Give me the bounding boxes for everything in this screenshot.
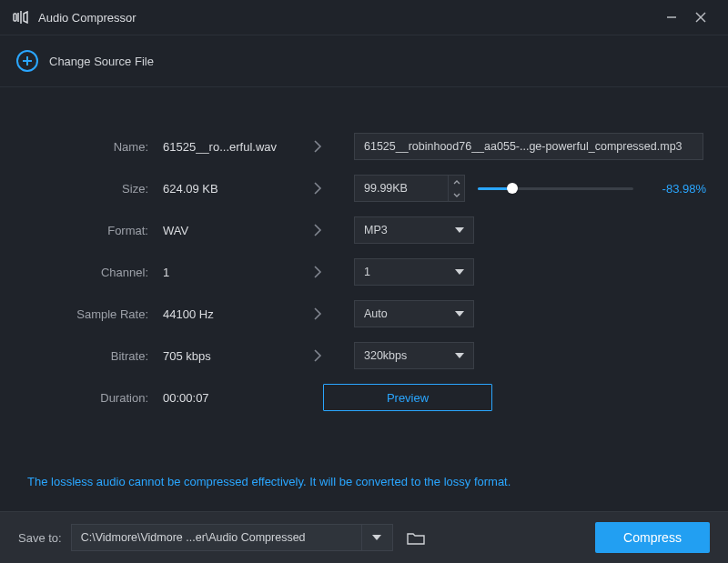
bitrate-dropdown[interactable]: 320kbps (354, 342, 474, 369)
label-format: Format: (0, 224, 159, 237)
bitrate-value: 320kbps (364, 349, 455, 362)
size-percent: -83.98% (648, 182, 706, 196)
size-step-down[interactable] (449, 188, 464, 201)
arrow-icon (281, 139, 354, 154)
slider-thumb[interactable] (507, 183, 518, 194)
close-button[interactable] (686, 3, 715, 32)
original-size: 624.09 KB (159, 182, 281, 196)
arrow-icon (281, 307, 354, 321)
arrow-icon (281, 265, 354, 279)
original-bitrate: 705 kbps (159, 349, 281, 363)
form-area: Name: 61525__ro...erful.wav 61525__robin… (0, 87, 728, 418)
size-slider[interactable] (478, 187, 633, 190)
open-folder-button[interactable] (402, 524, 430, 551)
app-title: Audio Compressor (38, 11, 657, 25)
info-message: The lossless audio cannot be compressed … (0, 418, 728, 488)
svg-marker-7 (455, 269, 464, 275)
svg-marker-10 (372, 535, 381, 540)
output-name-value: 61525__robinhood76__aa055-...ge-powerful… (364, 140, 682, 153)
compress-button[interactable]: Compress (595, 522, 710, 553)
format-value: MP3 (364, 224, 455, 236)
row-sample-rate: Sample Rate: 44100 Hz Auto (0, 293, 728, 335)
preview-button[interactable]: Preview (323, 384, 492, 411)
row-size: Size: 624.09 KB 99.99KB -83.98% (0, 167, 728, 209)
row-format: Format: WAV MP3 (0, 209, 728, 251)
channel-dropdown[interactable]: 1 (354, 258, 474, 286)
chevron-down-icon (455, 309, 464, 318)
preview-label: Preview (387, 391, 429, 405)
chevron-down-icon (455, 267, 464, 276)
original-format: WAV (159, 224, 281, 237)
save-path-field[interactable]: C:\Vidmore\Vidmore ...er\Audio Compresse… (71, 524, 362, 551)
original-name: 61525__ro...erful.wav (159, 140, 281, 154)
label-channel: Channel: (0, 266, 159, 279)
save-path-value: C:\Vidmore\Vidmore ...er\Audio Compresse… (81, 531, 306, 544)
label-sample-rate: Sample Rate: (0, 307, 159, 321)
footer: Save to: C:\Vidmore\Vidmore ...er\Audio … (0, 511, 728, 563)
size-step-up[interactable] (449, 176, 464, 188)
compress-label: Compress (623, 530, 682, 545)
label-bitrate: Bitrate: (0, 349, 159, 363)
app-logo-icon (13, 10, 31, 25)
output-name-input[interactable]: 61525__robinhood76__aa055-...ge-powerful… (354, 133, 703, 160)
arrow-icon (281, 223, 354, 237)
save-to-label: Save to: (18, 531, 62, 545)
svg-rect-0 (14, 14, 16, 21)
label-name: Name: (0, 140, 159, 154)
svg-marker-6 (455, 227, 464, 233)
chevron-down-icon (455, 351, 464, 360)
label-duration: Duration: (0, 391, 159, 405)
output-size-value: 99.99KB (355, 182, 448, 195)
row-bitrate: Bitrate: 705 kbps 320kbps (0, 335, 728, 377)
original-channel: 1 (159, 266, 281, 279)
source-file-row: Change Source File (0, 35, 728, 87)
sample-rate-dropdown[interactable]: Auto (354, 300, 474, 327)
save-path-dropdown[interactable] (362, 524, 393, 551)
svg-marker-8 (455, 311, 464, 317)
chevron-down-icon (455, 226, 464, 235)
row-name: Name: 61525__ro...erful.wav 61525__robin… (0, 126, 728, 167)
arrow-icon (281, 348, 354, 363)
label-size: Size: (0, 182, 159, 196)
change-source-label: Change Source File (49, 55, 154, 68)
sample-rate-value: Auto (364, 307, 455, 320)
row-channel: Channel: 1 1 (0, 251, 728, 293)
original-sample-rate: 44100 Hz (159, 307, 281, 321)
minimize-button[interactable] (657, 3, 686, 32)
original-duration: 00:00:07 (159, 391, 281, 405)
output-size-stepper[interactable]: 99.99KB (354, 175, 465, 202)
change-source-button[interactable] (16, 50, 38, 72)
format-dropdown[interactable]: MP3 (354, 216, 474, 244)
arrow-icon (281, 181, 354, 196)
channel-value: 1 (364, 266, 455, 278)
svg-marker-9 (455, 353, 464, 358)
titlebar: Audio Compressor (0, 0, 728, 35)
row-duration: Duration: 00:00:07 Preview (0, 377, 728, 418)
